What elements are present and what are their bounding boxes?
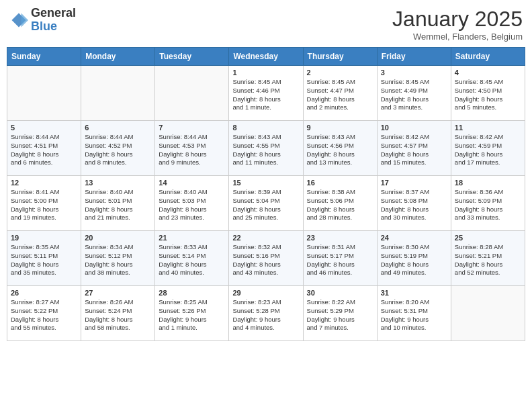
title-area: January 2025 Wemmel, Flanders, Belgium <box>392 7 523 42</box>
calendar-cell: 18Sunrise: 8:36 AM Sunset: 5:09 PM Dayli… <box>451 176 525 231</box>
calendar-cell: 25Sunrise: 8:28 AM Sunset: 5:21 PM Dayli… <box>451 231 525 286</box>
weekday-header-sunday: Sunday <box>7 48 81 66</box>
calendar-week-3: 12Sunrise: 8:41 AM Sunset: 5:00 PM Dayli… <box>7 176 525 231</box>
calendar-cell: 20Sunrise: 8:34 AM Sunset: 5:12 PM Dayli… <box>81 231 155 286</box>
day-number: 28 <box>159 289 225 297</box>
day-number: 6 <box>85 124 151 132</box>
calendar-cell: 11Sunrise: 8:42 AM Sunset: 4:59 PM Dayli… <box>451 121 525 176</box>
day-info: Sunrise: 8:44 AM Sunset: 4:53 PM Dayligh… <box>159 133 225 167</box>
calendar-cell <box>81 66 155 121</box>
day-number: 29 <box>232 289 299 297</box>
weekday-header-wednesday: Wednesday <box>229 48 303 66</box>
day-info: Sunrise: 8:30 AM Sunset: 5:19 PM Dayligh… <box>381 243 447 277</box>
day-info: Sunrise: 8:33 AM Sunset: 5:14 PM Dayligh… <box>159 243 225 277</box>
day-info: Sunrise: 8:23 AM Sunset: 5:28 PM Dayligh… <box>232 298 299 332</box>
calendar-cell: 28Sunrise: 8:25 AM Sunset: 5:26 PM Dayli… <box>155 286 229 341</box>
day-info: Sunrise: 8:34 AM Sunset: 5:12 PM Dayligh… <box>85 243 151 277</box>
svg-marker-1 <box>21 13 29 27</box>
day-number: 13 <box>85 179 151 187</box>
month-title: January 2025 <box>392 7 523 32</box>
calendar-cell: 9Sunrise: 8:43 AM Sunset: 4:56 PM Daylig… <box>303 121 377 176</box>
logo: General Blue <box>9 7 76 34</box>
calendar-cell: 1Sunrise: 8:45 AM Sunset: 4:46 PM Daylig… <box>229 66 303 121</box>
weekday-header-monday: Monday <box>81 48 155 66</box>
calendar-cell: 6Sunrise: 8:44 AM Sunset: 4:52 PM Daylig… <box>81 121 155 176</box>
calendar-cell: 7Sunrise: 8:44 AM Sunset: 4:53 PM Daylig… <box>155 121 229 176</box>
day-number: 12 <box>11 179 77 187</box>
calendar-table: SundayMondayTuesdayWednesdayThursdayFrid… <box>7 47 525 341</box>
day-number: 27 <box>85 289 151 297</box>
day-info: Sunrise: 8:41 AM Sunset: 5:00 PM Dayligh… <box>11 188 77 222</box>
calendar-cell <box>451 286 525 341</box>
day-number: 11 <box>455 124 521 132</box>
calendar-cell: 26Sunrise: 8:27 AM Sunset: 5:22 PM Dayli… <box>7 286 81 341</box>
day-info: Sunrise: 8:44 AM Sunset: 4:51 PM Dayligh… <box>11 133 77 167</box>
weekday-header-saturday: Saturday <box>451 48 525 66</box>
weekday-header-friday: Friday <box>377 48 451 66</box>
calendar-cell: 16Sunrise: 8:38 AM Sunset: 5:06 PM Dayli… <box>303 176 377 231</box>
day-info: Sunrise: 8:42 AM Sunset: 4:57 PM Dayligh… <box>381 133 447 167</box>
day-number: 2 <box>307 68 373 77</box>
day-number: 24 <box>381 234 447 242</box>
day-number: 14 <box>159 179 225 187</box>
calendar-cell: 10Sunrise: 8:42 AM Sunset: 4:57 PM Dayli… <box>377 121 451 176</box>
calendar-cell <box>155 66 229 121</box>
day-info: Sunrise: 8:44 AM Sunset: 4:52 PM Dayligh… <box>85 133 151 167</box>
day-info: Sunrise: 8:45 AM Sunset: 4:46 PM Dayligh… <box>232 78 299 112</box>
logo-general-text: General <box>31 7 76 20</box>
day-number: 19 <box>11 234 77 242</box>
day-info: Sunrise: 8:45 AM Sunset: 4:50 PM Dayligh… <box>455 78 521 112</box>
logo-blue-text: Blue <box>31 20 76 34</box>
calendar-cell: 12Sunrise: 8:41 AM Sunset: 5:00 PM Dayli… <box>7 176 81 231</box>
calendar-cell: 24Sunrise: 8:30 AM Sunset: 5:19 PM Dayli… <box>377 231 451 286</box>
day-info: Sunrise: 8:43 AM Sunset: 4:55 PM Dayligh… <box>232 133 299 167</box>
weekday-header-thursday: Thursday <box>303 48 377 66</box>
day-info: Sunrise: 8:36 AM Sunset: 5:09 PM Dayligh… <box>455 188 521 222</box>
day-number: 10 <box>381 124 447 132</box>
day-number: 21 <box>159 234 225 242</box>
day-number: 8 <box>232 124 299 132</box>
day-info: Sunrise: 8:45 AM Sunset: 4:47 PM Dayligh… <box>307 78 373 112</box>
calendar-cell: 4Sunrise: 8:45 AM Sunset: 4:50 PM Daylig… <box>451 66 525 121</box>
day-info: Sunrise: 8:20 AM Sunset: 5:31 PM Dayligh… <box>381 298 447 332</box>
day-number: 9 <box>307 124 373 132</box>
location-text: Wemmel, Flanders, Belgium <box>392 32 523 42</box>
weekday-header-tuesday: Tuesday <box>155 48 229 66</box>
calendar-cell: 19Sunrise: 8:35 AM Sunset: 5:11 PM Dayli… <box>7 231 81 286</box>
day-number: 23 <box>307 234 373 242</box>
day-info: Sunrise: 8:45 AM Sunset: 4:49 PM Dayligh… <box>381 78 447 112</box>
day-info: Sunrise: 8:32 AM Sunset: 5:16 PM Dayligh… <box>232 243 299 277</box>
day-number: 17 <box>381 179 447 187</box>
day-info: Sunrise: 8:22 AM Sunset: 5:29 PM Dayligh… <box>307 298 373 332</box>
day-info: Sunrise: 8:26 AM Sunset: 5:24 PM Dayligh… <box>85 298 151 332</box>
day-number: 7 <box>159 124 225 132</box>
day-number: 20 <box>85 234 151 242</box>
day-info: Sunrise: 8:40 AM Sunset: 5:01 PM Dayligh… <box>85 188 151 222</box>
calendar-cell: 5Sunrise: 8:44 AM Sunset: 4:51 PM Daylig… <box>7 121 81 176</box>
day-number: 1 <box>232 68 299 77</box>
calendar-cell: 3Sunrise: 8:45 AM Sunset: 4:49 PM Daylig… <box>377 66 451 121</box>
day-info: Sunrise: 8:37 AM Sunset: 5:08 PM Dayligh… <box>381 188 447 222</box>
calendar-cell: 13Sunrise: 8:40 AM Sunset: 5:01 PM Dayli… <box>81 176 155 231</box>
calendar-week-5: 26Sunrise: 8:27 AM Sunset: 5:22 PM Dayli… <box>7 286 525 341</box>
calendar-week-4: 19Sunrise: 8:35 AM Sunset: 5:11 PM Dayli… <box>7 231 525 286</box>
day-info: Sunrise: 8:35 AM Sunset: 5:11 PM Dayligh… <box>11 243 77 277</box>
calendar-cell: 27Sunrise: 8:26 AM Sunset: 5:24 PM Dayli… <box>81 286 155 341</box>
calendar-cell: 2Sunrise: 8:45 AM Sunset: 4:47 PM Daylig… <box>303 66 377 121</box>
logo-icon <box>9 11 28 30</box>
day-number: 30 <box>307 289 373 297</box>
day-number: 15 <box>232 179 299 187</box>
calendar-cell: 30Sunrise: 8:22 AM Sunset: 5:29 PM Dayli… <box>303 286 377 341</box>
day-info: Sunrise: 8:31 AM Sunset: 5:17 PM Dayligh… <box>307 243 373 277</box>
day-number: 25 <box>455 234 521 242</box>
weekday-header-row: SundayMondayTuesdayWednesdayThursdayFrid… <box>7 48 525 66</box>
calendar-cell: 8Sunrise: 8:43 AM Sunset: 4:55 PM Daylig… <box>229 121 303 176</box>
day-info: Sunrise: 8:39 AM Sunset: 5:04 PM Dayligh… <box>232 188 299 222</box>
day-number: 22 <box>232 234 299 242</box>
day-number: 26 <box>11 289 77 297</box>
day-number: 16 <box>307 179 373 187</box>
calendar-cell <box>7 66 81 121</box>
day-info: Sunrise: 8:25 AM Sunset: 5:26 PM Dayligh… <box>159 298 225 332</box>
calendar-cell: 29Sunrise: 8:23 AM Sunset: 5:28 PM Dayli… <box>229 286 303 341</box>
calendar-cell: 21Sunrise: 8:33 AM Sunset: 5:14 PM Dayli… <box>155 231 229 286</box>
